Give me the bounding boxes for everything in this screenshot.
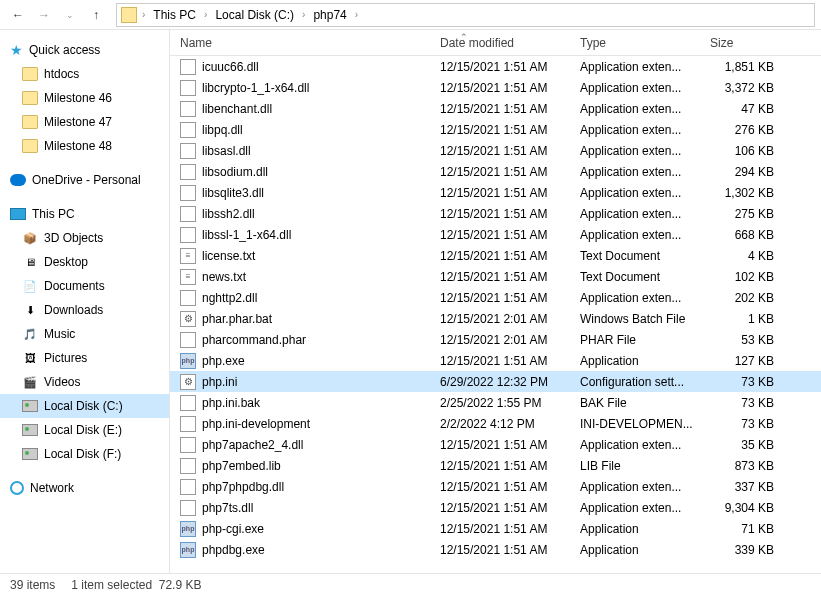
file-row[interactable]: phar.phar.bat12/15/2021 2:01 AMWindows B… bbox=[170, 308, 821, 329]
sidebar-item-label: Milestone 46 bbox=[44, 91, 112, 105]
column-header-name[interactable]: Name bbox=[170, 36, 430, 50]
up-button[interactable]: ↑ bbox=[84, 3, 108, 27]
file-size: 275 KB bbox=[700, 207, 790, 221]
breadcrumb[interactable]: php74 bbox=[310, 8, 349, 22]
file-row[interactable]: php7apache2_4.dll12/15/2021 1:51 AMAppli… bbox=[170, 434, 821, 455]
file-row[interactable]: nghttp2.dll12/15/2021 1:51 AMApplication… bbox=[170, 287, 821, 308]
file-row[interactable]: pharcommand.phar12/15/2021 2:01 AMPHAR F… bbox=[170, 329, 821, 350]
file-type: Application exten... bbox=[570, 438, 700, 452]
file-name: libpq.dll bbox=[202, 123, 243, 137]
file-size: 276 KB bbox=[700, 123, 790, 137]
chevron-right-icon[interactable]: › bbox=[139, 9, 148, 20]
file-row[interactable]: libsodium.dll12/15/2021 1:51 AMApplicati… bbox=[170, 161, 821, 182]
file-type: Application bbox=[570, 522, 700, 536]
sidebar-this-pc[interactable]: This PC bbox=[0, 202, 169, 226]
file-row[interactable]: libssl-1_1-x64.dll12/15/2021 1:51 AMAppl… bbox=[170, 224, 821, 245]
column-header-type[interactable]: Type bbox=[570, 36, 700, 50]
folder-icon: 🎵 bbox=[22, 327, 38, 341]
file-date: 12/15/2021 1:51 AM bbox=[430, 165, 570, 179]
file-icon bbox=[180, 122, 196, 138]
sidebar-item[interactable]: Local Disk (C:) bbox=[0, 394, 169, 418]
sidebar-item[interactable]: Milestone 48 bbox=[0, 134, 169, 158]
column-header-date[interactable]: Date modified bbox=[430, 36, 570, 50]
file-row[interactable]: icuuc66.dll12/15/2021 1:51 AMApplication… bbox=[170, 56, 821, 77]
recent-dropdown[interactable]: ⌄ bbox=[58, 3, 82, 27]
file-date: 12/15/2021 1:51 AM bbox=[430, 522, 570, 536]
file-date: 12/15/2021 1:51 AM bbox=[430, 501, 570, 515]
column-header-size[interactable]: Size bbox=[700, 36, 790, 50]
sidebar-quick-access[interactable]: ★ Quick access bbox=[0, 38, 169, 62]
file-row[interactable]: news.txt12/15/2021 1:51 AMText Document1… bbox=[170, 266, 821, 287]
file-icon bbox=[180, 248, 196, 264]
file-size: 53 KB bbox=[700, 333, 790, 347]
sidebar-item[interactable]: Milestone 47 bbox=[0, 110, 169, 134]
file-row[interactable]: php.ini-development2/2/2022 4:12 PMINI-D… bbox=[170, 413, 821, 434]
chevron-right-icon[interactable]: › bbox=[299, 9, 308, 20]
sidebar-item[interactable]: 📄Documents bbox=[0, 274, 169, 298]
sidebar-item[interactable]: htdocs bbox=[0, 62, 169, 86]
file-icon bbox=[180, 290, 196, 306]
drive-icon bbox=[22, 400, 38, 412]
file-date: 12/15/2021 1:51 AM bbox=[430, 81, 570, 95]
file-type: Application exten... bbox=[570, 81, 700, 95]
folder-icon bbox=[121, 7, 137, 23]
file-row[interactable]: php.ini.bak2/25/2022 1:55 PMBAK File73 K… bbox=[170, 392, 821, 413]
file-row[interactable]: php7ts.dll12/15/2021 1:51 AMApplication … bbox=[170, 497, 821, 518]
sidebar-item[interactable]: 🖥Desktop bbox=[0, 250, 169, 274]
file-icon bbox=[180, 59, 196, 75]
sidebar-item[interactable]: 🎬Videos bbox=[0, 370, 169, 394]
address-bar[interactable]: › This PC › Local Disk (C:) › php74 › bbox=[116, 3, 815, 27]
file-row[interactable]: libcrypto-1_1-x64.dll12/15/2021 1:51 AMA… bbox=[170, 77, 821, 98]
file-row[interactable]: libenchant.dll12/15/2021 1:51 AMApplicat… bbox=[170, 98, 821, 119]
sidebar-item[interactable]: 📦3D Objects bbox=[0, 226, 169, 250]
sidebar-item[interactable]: Milestone 46 bbox=[0, 86, 169, 110]
back-button[interactable]: ← bbox=[6, 3, 30, 27]
file-row[interactable]: libsqlite3.dll12/15/2021 1:51 AMApplicat… bbox=[170, 182, 821, 203]
file-date: 12/15/2021 1:51 AM bbox=[430, 438, 570, 452]
file-row[interactable]: libpq.dll12/15/2021 1:51 AMApplication e… bbox=[170, 119, 821, 140]
file-row[interactable]: php7phpdbg.dll12/15/2021 1:51 AMApplicat… bbox=[170, 476, 821, 497]
file-row[interactable]: libssh2.dll12/15/2021 1:51 AMApplication… bbox=[170, 203, 821, 224]
sidebar-item[interactable]: 🎵Music bbox=[0, 322, 169, 346]
file-row[interactable]: php7embed.lib12/15/2021 1:51 AMLIB File8… bbox=[170, 455, 821, 476]
file-date: 2/25/2022 1:55 PM bbox=[430, 396, 570, 410]
sidebar-item[interactable]: Local Disk (F:) bbox=[0, 442, 169, 466]
sidebar-item[interactable]: Local Disk (E:) bbox=[0, 418, 169, 442]
file-date: 6/29/2022 12:32 PM bbox=[430, 375, 570, 389]
file-icon bbox=[180, 500, 196, 516]
breadcrumb[interactable]: This PC bbox=[150, 8, 199, 22]
file-row[interactable]: php.ini6/29/2022 12:32 PMConfiguration s… bbox=[170, 371, 821, 392]
file-size: 1 KB bbox=[700, 312, 790, 326]
sidebar-item[interactable]: 🖼Pictures bbox=[0, 346, 169, 370]
sort-indicator-icon: ⌃ bbox=[460, 32, 468, 42]
file-name: icuuc66.dll bbox=[202, 60, 259, 74]
file-row[interactable]: php.exe12/15/2021 1:51 AMApplication127 … bbox=[170, 350, 821, 371]
file-row[interactable]: license.txt12/15/2021 1:51 AMText Docume… bbox=[170, 245, 821, 266]
sidebar-item[interactable]: ⬇Downloads bbox=[0, 298, 169, 322]
file-icon bbox=[180, 227, 196, 243]
file-name: pharcommand.phar bbox=[202, 333, 306, 347]
file-row[interactable]: php-cgi.exe12/15/2021 1:51 AMApplication… bbox=[170, 518, 821, 539]
file-date: 12/15/2021 1:51 AM bbox=[430, 123, 570, 137]
folder-icon: 📄 bbox=[22, 279, 38, 293]
file-name: phpdbg.exe bbox=[202, 543, 265, 557]
file-name: license.txt bbox=[202, 249, 255, 263]
file-name: libssh2.dll bbox=[202, 207, 255, 221]
chevron-right-icon[interactable]: › bbox=[352, 9, 361, 20]
forward-button[interactable]: → bbox=[32, 3, 56, 27]
chevron-right-icon[interactable]: › bbox=[201, 9, 210, 20]
file-type: Text Document bbox=[570, 270, 700, 284]
file-name: php7embed.lib bbox=[202, 459, 281, 473]
breadcrumb[interactable]: Local Disk (C:) bbox=[212, 8, 297, 22]
file-type: Application exten... bbox=[570, 480, 700, 494]
file-list[interactable]: icuuc66.dll12/15/2021 1:51 AMApplication… bbox=[170, 56, 821, 573]
sidebar-item-label: Network bbox=[30, 481, 74, 495]
sidebar-onedrive[interactable]: OneDrive - Personal bbox=[0, 168, 169, 192]
sidebar-item-label: Quick access bbox=[29, 43, 100, 57]
sidebar-item-label: Local Disk (F:) bbox=[44, 447, 121, 461]
file-size: 294 KB bbox=[700, 165, 790, 179]
file-row[interactable]: libsasl.dll12/15/2021 1:51 AMApplication… bbox=[170, 140, 821, 161]
file-size: 4 KB bbox=[700, 249, 790, 263]
sidebar-network[interactable]: Network bbox=[0, 476, 169, 500]
file-row[interactable]: phpdbg.exe12/15/2021 1:51 AMApplication3… bbox=[170, 539, 821, 560]
